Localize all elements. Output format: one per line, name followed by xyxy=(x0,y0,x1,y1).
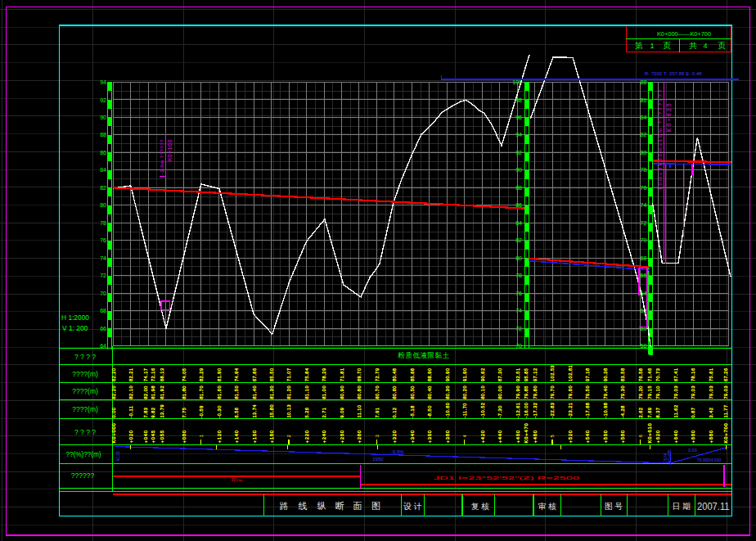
svg-text:+020: +020 xyxy=(128,430,133,443)
svg-text:80.40: 80.40 xyxy=(427,385,432,399)
svg-text:70: 70 xyxy=(641,237,647,243)
svg-text:66: 66 xyxy=(641,273,647,278)
svg-text:-10.98: -10.98 xyxy=(603,403,608,418)
svg-text:82.20: 82.20 xyxy=(111,385,116,399)
svg-text:K0+000: K0+000 xyxy=(111,422,116,443)
svg-text:81.98: 81.98 xyxy=(151,385,155,399)
svg-text:+045: +045 xyxy=(151,430,155,443)
svg-text:日 期: 日 期 xyxy=(673,502,691,511)
svg-text:+620: +620 xyxy=(655,430,660,443)
svg-text:79.10: 79.10 xyxy=(655,385,660,399)
svg-text:K0+100: K0+100 xyxy=(167,139,173,161)
svg-text:7.91: 7.91 xyxy=(375,408,380,418)
svg-text:82.00: 82.00 xyxy=(143,385,148,399)
svg-text:80: 80 xyxy=(641,150,647,156)
svg-text:+420: +420 xyxy=(480,430,485,443)
svg-text:K0+610: K0+610 xyxy=(647,422,652,443)
svg-text:80.60: 80.60 xyxy=(392,385,397,399)
svg-text:K0+700: K0+700 xyxy=(723,422,728,443)
svg-text:13.79: 13.79 xyxy=(160,404,164,418)
svg-text:13.74: 13.74 xyxy=(252,404,257,418)
svg-text:68: 68 xyxy=(100,308,106,313)
svg-text:81.80: 81.80 xyxy=(182,385,187,399)
svg-text:共: 共 xyxy=(689,41,697,50)
svg-text:+080: +080 xyxy=(182,430,187,443)
svg-text:R- 7000 T- 357.88 E- 0.48: R- 7000 T- 357.88 E- 0.48 xyxy=(645,71,702,76)
svg-text:0.12: 0.12 xyxy=(392,408,397,418)
svg-text:0.00: 0.00 xyxy=(111,408,116,418)
svg-text:页: 页 xyxy=(663,41,671,50)
svg-text:79.80: 79.80 xyxy=(533,385,538,399)
svg-text:81.60: 81.60 xyxy=(217,385,222,399)
svg-text:84: 84 xyxy=(100,167,106,173)
svg-text:V 1: 200: V 1: 200 xyxy=(62,324,88,332)
svg-text:74.05: 74.05 xyxy=(182,368,187,382)
svg-text:复 核: 复 核 xyxy=(471,502,490,511)
svg-text:79.03: 79.03 xyxy=(709,385,713,399)
svg-text:设 计: 设 计 xyxy=(403,502,422,511)
svg-text:79.60: 79.60 xyxy=(568,385,573,399)
svg-text:????(m): ????(m) xyxy=(72,405,98,413)
svg-text:86: 86 xyxy=(100,150,106,156)
svg-text:图 号: 图 号 xyxy=(605,502,623,511)
svg-text:-0.5%: -0.5% xyxy=(391,449,404,454)
svg-text:2007.11: 2007.11 xyxy=(697,500,730,512)
svg-text:74.94: 74.94 xyxy=(234,368,239,382)
svg-text:84: 84 xyxy=(515,220,522,226)
svg-text:82: 82 xyxy=(515,237,522,243)
svg-text:-7.30: -7.30 xyxy=(497,405,502,417)
svg-text:72: 72 xyxy=(515,326,522,331)
svg-text:1: 1 xyxy=(650,42,654,50)
svg-text:82: 82 xyxy=(100,185,106,191)
svg-text:74.17: 74.17 xyxy=(143,368,148,382)
svg-text:79.15: 79.15 xyxy=(647,385,652,399)
svg-text:80.30: 80.30 xyxy=(445,385,450,399)
svg-text:+040: +040 xyxy=(143,430,148,443)
svg-text:76: 76 xyxy=(515,291,522,296)
svg-text:79.40: 79.40 xyxy=(603,385,608,399)
svg-text:68.13: 68.13 xyxy=(160,368,164,382)
svg-text:7.83: 7.83 xyxy=(143,408,148,418)
svg-text:78: 78 xyxy=(641,167,647,173)
svg-text:页: 页 xyxy=(718,41,726,50)
svg-text:94: 94 xyxy=(515,132,522,138)
svg-text:+180: +180 xyxy=(269,430,274,443)
svg-text:10m+3X20m+10m ????????: 10m+3X20m+10m ???????? xyxy=(657,88,663,190)
svg-text:86: 86 xyxy=(641,97,647,103)
svg-text:-10.52: -10.52 xyxy=(480,403,485,418)
svg-text:79.03: 79.03 xyxy=(673,385,678,399)
svg-text:? ? ? ?: ? ? ? ? xyxy=(74,353,96,361)
svg-text:??????: ?????? xyxy=(71,471,95,480)
svg-text:69.70: 69.70 xyxy=(357,368,362,382)
svg-text:+520: +520 xyxy=(568,430,573,443)
svg-text:+460: +460 xyxy=(515,430,520,443)
svg-text:11.62: 11.62 xyxy=(673,404,678,417)
svg-text:91.90: 91.90 xyxy=(462,368,467,382)
svg-text:K0+470: K0+470 xyxy=(524,422,529,443)
svg-text:-23.21: -23.21 xyxy=(568,403,573,418)
svg-text:+440: +440 xyxy=(497,430,502,443)
svg-text:+680: +680 xyxy=(709,430,713,443)
svg-text:75.61: 75.61 xyxy=(709,368,713,382)
svg-text:80.70: 80.70 xyxy=(375,385,380,399)
svg-text:71.81: 71.81 xyxy=(340,368,344,382)
svg-text:81.50: 81.50 xyxy=(234,385,239,399)
svg-text:80.50: 80.50 xyxy=(410,385,415,399)
svg-text:+120: +120 xyxy=(217,430,222,443)
svg-text:图: 图 xyxy=(371,501,380,511)
svg-text:80.90: 80.90 xyxy=(340,385,344,399)
svg-text:72.79: 72.79 xyxy=(375,368,380,382)
svg-text:78.29: 78.29 xyxy=(322,368,326,382)
svg-text:80: 80 xyxy=(515,255,522,261)
svg-text:75.84: 75.84 xyxy=(304,368,309,382)
svg-text:+340: +340 xyxy=(410,430,415,443)
svg-text:80.80: 80.80 xyxy=(357,385,362,399)
svg-text:94: 94 xyxy=(100,79,106,85)
svg-text:88: 88 xyxy=(100,132,106,138)
svg-text:? ? ? ?: ? ? ? ? xyxy=(74,428,96,436)
svg-text:66: 66 xyxy=(100,326,106,331)
svg-text:????(m): ????(m) xyxy=(72,387,98,395)
svg-text:-16.00: -16.00 xyxy=(524,403,529,418)
svg-text:70: 70 xyxy=(100,291,106,296)
svg-text:79.90: 79.90 xyxy=(515,385,520,399)
